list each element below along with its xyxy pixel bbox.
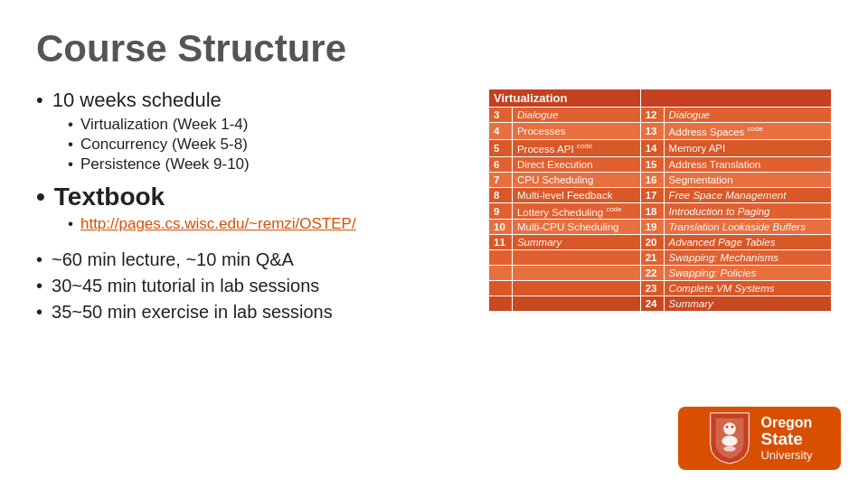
svg-point-0 — [724, 423, 737, 436]
content-area: 10 weeks schedule Virtualization (Week 1… — [36, 89, 832, 461]
bottom-bullets: ~60 min lecture, ~10 min Q&A 30~45 min t… — [36, 249, 470, 323]
table-row: 10 Multi-CPU Scheduling 19 Translation L… — [489, 220, 832, 235]
svg-point-1 — [722, 436, 738, 446]
right-content: Virtualization 3 Dialogue 12 Dialogue 4 … — [488, 89, 832, 461]
svg-point-2 — [726, 426, 729, 428]
slide: Course Structure 10 weeks schedule Virtu… — [0, 0, 868, 488]
table-row: 11 Summary 20 Advanced Page Tables — [489, 235, 832, 250]
header-virtualization: Virtualization — [489, 89, 641, 108]
osu-university-label: University — [760, 449, 812, 462]
header-right — [640, 89, 831, 108]
table-row: 3 Dialogue 12 Dialogue — [489, 108, 832, 123]
bullet-tutorial: 30~45 min tutorial in lab sessions — [36, 276, 470, 296]
textbook-link[interactable]: http://pages.cs.wisc.edu/~remzi/OSTEP/ — [68, 215, 470, 233]
bullet-lecture: ~60 min lecture, ~10 min Q&A — [36, 249, 470, 270]
table-row: 22 Swapping: Policies — [489, 266, 832, 281]
osu-text-block: Oregon State University — [760, 415, 812, 463]
left-content: 10 weeks schedule Virtualization (Week 1… — [36, 89, 488, 461]
osu-state-label: State — [760, 430, 812, 449]
table-row: 7 CPU Scheduling 16 Segmentation — [489, 172, 832, 187]
table-row: 5 Process API code 14 Memory API — [489, 139, 832, 156]
svg-point-4 — [724, 446, 737, 452]
table-row: 6 Direct Execution 15 Address Translatio… — [489, 156, 832, 172]
osu-oregon-label: Oregon — [760, 415, 812, 431]
bullet-textbook: Textbook — [36, 183, 470, 211]
sub-virtualization: Virtualization (Week 1-4) — [68, 116, 470, 134]
page-title: Course Structure — [36, 27, 832, 70]
table-row: 4 Processes 13 Address Spaces code — [489, 123, 832, 140]
osu-logo: Oregon State University — [678, 407, 841, 470]
bullet-10weeks: 10 weeks schedule — [36, 89, 470, 112]
table-row: 21 Swapping: Mechanisms — [489, 250, 832, 266]
sub-persistence: Persistence (Week 9-10) — [68, 155, 470, 174]
osu-shield-icon — [706, 411, 753, 465]
sub-concurrency: Concurrency (Week 5-8) — [68, 136, 470, 154]
table-row: 24 Summary — [489, 296, 832, 312]
table-header-row: Virtualization — [489, 89, 832, 108]
table-row: 9 Lottery Scheduling code 18 Introductio… — [489, 202, 832, 220]
bullet-exercise: 35~50 min exercise in lab sessions — [36, 302, 470, 323]
table-row: 23 Complete VM Systems — [489, 281, 832, 296]
svg-point-3 — [731, 426, 734, 428]
table-row: 8 Multi-level Feedback 17 Free Space Man… — [489, 187, 832, 202]
schedule-table: Virtualization 3 Dialogue 12 Dialogue 4 … — [488, 89, 832, 312]
